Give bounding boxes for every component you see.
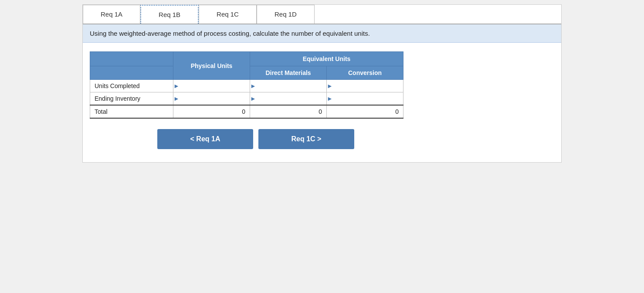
- ending-inventory-physical-cell: ►: [173, 92, 250, 106]
- header-label-empty: [90, 52, 173, 66]
- ending-inventory-conversion-input[interactable]: [334, 92, 403, 105]
- instruction-banner: Using the weighted-average method of pro…: [83, 24, 561, 43]
- total-direct-value: 0: [250, 105, 327, 118]
- units-completed-conversion-cell: ►: [327, 80, 403, 92]
- units-completed-physical-cell: ►: [173, 80, 250, 92]
- arrow-icon: ►: [250, 95, 256, 102]
- arrow-icon: ►: [173, 82, 180, 89]
- prev-button[interactable]: < Req 1A: [157, 129, 253, 149]
- units-completed-physical-input[interactable]: [180, 80, 250, 92]
- units-completed-conversion-input[interactable]: [334, 80, 403, 92]
- ending-inventory-label: Ending Inventory: [90, 92, 173, 106]
- tab-req1b[interactable]: Req 1B: [140, 5, 199, 24]
- table-row: Units Completed ► ►: [90, 80, 403, 92]
- header-direct-materials: Direct Materials: [250, 66, 327, 80]
- header-equiv-units: Equivalent Units: [250, 52, 403, 66]
- tab-req1c[interactable]: Req 1C: [199, 5, 257, 24]
- page-wrapper: Req 1A Req 1B Req 1C Req 1D Using the we…: [82, 4, 562, 163]
- arrow-icon: ►: [327, 95, 333, 102]
- next-button[interactable]: Req 1C >: [258, 129, 354, 149]
- total-physical-value: 0: [173, 105, 250, 118]
- header-conversion: Conversion: [327, 66, 403, 80]
- total-conversion-value: 0: [327, 105, 403, 118]
- units-completed-direct-input[interactable]: [257, 80, 326, 92]
- equiv-table: Physical Units Equivalent Units Direct M…: [90, 51, 403, 119]
- ending-inventory-physical-input[interactable]: [180, 92, 250, 105]
- ending-inventory-direct-cell: ►: [250, 92, 327, 106]
- ending-inventory-conversion-cell: ►: [327, 92, 403, 106]
- arrow-icon: ►: [173, 95, 180, 102]
- arrow-icon: ►: [250, 82, 256, 89]
- total-label: Total: [90, 105, 173, 118]
- arrow-icon: ►: [327, 82, 333, 89]
- units-completed-direct-cell: ►: [250, 80, 327, 92]
- table-row-total: Total 0 0 0: [90, 105, 403, 118]
- nav-buttons: < Req 1A Req 1C >: [157, 129, 554, 149]
- ending-inventory-direct-input[interactable]: [257, 92, 326, 105]
- header-physical-units: Physical Units: [173, 52, 250, 80]
- tab-req1a[interactable]: Req 1A: [83, 5, 140, 24]
- tab-req1d[interactable]: Req 1D: [257, 5, 315, 24]
- units-completed-label: Units Completed: [90, 80, 173, 92]
- tabs-row: Req 1A Req 1B Req 1C Req 1D: [83, 5, 561, 24]
- header-sub-label-empty: [90, 66, 173, 80]
- table-row: Ending Inventory ► ►: [90, 92, 403, 106]
- content-area: Physical Units Equivalent Units Direct M…: [83, 43, 561, 162]
